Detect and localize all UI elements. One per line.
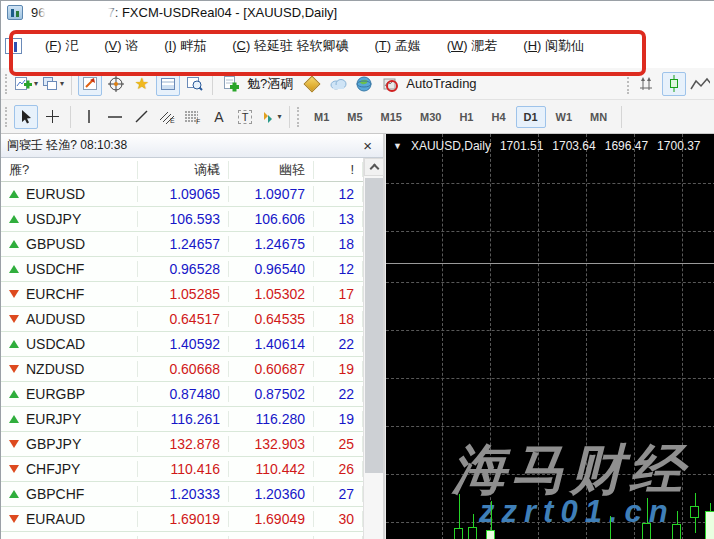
market-watch-row[interactable]: USDJPY 106.593 106.606 13	[1, 207, 363, 232]
scrollbar-thumb[interactable]	[365, 178, 383, 473]
standard-toolbar: ▾ ▾ ★ 勉?酒碉	[1, 68, 714, 100]
timeframe-button[interactable]: H4	[483, 106, 513, 128]
menu-item[interactable]: (W) 淝若	[434, 33, 511, 59]
timeframe-button[interactable]: W1	[548, 106, 581, 128]
scroll-up-button[interactable]	[364, 158, 384, 176]
bid-cell: 116.261	[138, 411, 229, 427]
strategy-tester-button[interactable]	[182, 72, 206, 96]
market-watch-row[interactable]: USDCHF 0.96528 0.96540 12	[1, 257, 363, 282]
symbol-cell: USDJPY	[1, 211, 138, 227]
timeframe-button[interactable]: M15	[373, 106, 410, 128]
timeframes-toolbar: M1 M5 M15 M30 H1 H4 D1 W1 MN	[305, 106, 616, 128]
cursor-icon	[20, 109, 33, 124]
timeframe-button[interactable]: D1	[516, 106, 546, 128]
market-watch-row[interactable]: EURJPY 116.261 116.280 19	[1, 407, 363, 432]
chart-shift-button[interactable]	[636, 72, 660, 96]
market-watch-row[interactable]: AUDUSD 0.64517 0.64535 18	[1, 307, 363, 332]
timeframe-button[interactable]: H1	[451, 106, 481, 128]
market-watch-toggle-button[interactable]	[78, 72, 102, 96]
menu-item[interactable]: (F) 汜	[32, 33, 91, 59]
menu-item[interactable]: (C) 轻延驻 轻软卿碘	[219, 33, 361, 59]
menu-item[interactable]: (T) 孟媸	[361, 33, 433, 59]
symbol-cell: EURCHF	[1, 286, 138, 302]
market-watch-row[interactable]: GBPJPY 132.878 132.903 25	[1, 432, 363, 457]
spread-cell: 22	[314, 386, 363, 402]
horizontal-line-tool-button[interactable]	[103, 105, 127, 129]
market-watch-row[interactable]: CHFJPY 110.416 110.442 26	[1, 457, 363, 482]
toolbar-drag-handle[interactable]	[297, 107, 300, 127]
arrows-tool-button[interactable]: ▾	[259, 105, 283, 129]
menu-item[interactable]: (V) 谘	[91, 33, 151, 59]
bid-cell: 1.05285	[138, 286, 229, 302]
chart-document-icon[interactable]	[5, 38, 22, 54]
crosshair-icon	[45, 109, 60, 124]
new-chart-button[interactable]: ▾	[14, 72, 39, 96]
autotrading-button[interactable]	[378, 72, 402, 96]
trend-arrow-icon	[9, 190, 19, 198]
ask-cell: 1.20360	[229, 486, 314, 502]
market-watch-row[interactable]: NZDUSD 0.60668 0.60687 19	[1, 357, 363, 382]
metaeditor-button[interactable]	[300, 72, 324, 96]
new-order-label[interactable]: 勉?酒碉	[247, 75, 293, 93]
spread-cell: 13	[314, 211, 363, 227]
ask-cell: 1.40614	[229, 336, 314, 352]
market-watch-row[interactable]: EURCHF 1.05285 1.05302 17	[1, 282, 363, 307]
candlestick-chart-button[interactable]	[662, 72, 686, 96]
close-icon[interactable]: ×	[358, 137, 377, 154]
autotrading-label[interactable]: AutoTrading	[406, 76, 476, 91]
line-chart-button[interactable]	[688, 72, 712, 96]
new-order-button[interactable]	[219, 72, 243, 96]
vertical-line-tool-button[interactable]	[77, 105, 101, 129]
column-header-symbol[interactable]: 雁?	[1, 161, 138, 179]
ask-cell: 1.09077	[229, 186, 314, 202]
cursor-tool-button[interactable]	[14, 105, 38, 129]
bid-cell: 1.20333	[138, 486, 229, 502]
market-watch-row[interactable]: GBPUSD 1.24657 1.24675 18	[1, 232, 363, 257]
label-tool-button[interactable]: T	[233, 105, 257, 129]
equidistant-channel-tool-button[interactable]: E	[155, 105, 179, 129]
ask-cell: 1.24675	[229, 236, 314, 252]
market-watch-row[interactable]: GBPCHF 1.20333 1.20360 27	[1, 482, 363, 507]
menu-item[interactable]: (I) 畔茄	[151, 33, 219, 59]
trendline-icon	[134, 109, 149, 124]
symbol-cell: AUDUSD	[1, 311, 138, 327]
menu-item[interactable]: (H) 阆勤仙	[510, 33, 597, 59]
navigator-button[interactable]: ★	[130, 72, 154, 96]
market-watch-row[interactable]: EURUSD 1.09065 1.09077 12	[1, 182, 363, 207]
timeframe-button[interactable]: M1	[306, 106, 337, 128]
market-watch-row[interactable]: USDCAD 1.40592 1.40614 22	[1, 332, 363, 357]
spread-cell: 27	[314, 486, 363, 502]
crosshair-tool-button[interactable]	[40, 105, 64, 129]
timeframe-button[interactable]: M30	[412, 106, 449, 128]
toolbar-drag-handle[interactable]	[5, 107, 8, 127]
app-icon[interactable]	[7, 5, 23, 20]
spread-cell: 12	[314, 186, 363, 202]
market-cloud-button[interactable]	[326, 72, 350, 96]
profiles-button[interactable]: ▾	[41, 72, 65, 96]
data-window-button[interactable]	[104, 72, 128, 96]
text-tool-button[interactable]: A	[207, 105, 231, 129]
toolbar-drag-handle[interactable]	[627, 74, 630, 94]
bid-cell: 1.69019	[138, 511, 229, 527]
symbol-cell: GBPJPY	[1, 436, 138, 452]
market-watch-row[interactable]: EURGBP 0.87480 0.87502 22	[1, 382, 363, 407]
market-watch-row[interactable]: EURAUD 1.69019 1.69049 30	[1, 507, 363, 532]
timeframe-button[interactable]: M5	[339, 106, 370, 128]
community-globe-button[interactable]	[352, 72, 376, 96]
timeframe-button[interactable]: MN	[582, 106, 615, 128]
candle-wick	[610, 516, 611, 539]
spread-cell: 22	[314, 336, 363, 352]
fibonacci-tool-button[interactable]: F	[181, 105, 205, 129]
column-header-bid[interactable]: 谪橇	[138, 161, 229, 179]
chart-canvas[interactable]: 海马财经 zzrt01.cn ▼ XAUUSD,Daily 1701.51 17…	[385, 134, 714, 539]
column-header-ask[interactable]: 幽轻	[229, 161, 314, 179]
chart-dropdown-icon[interactable]: ▼	[393, 141, 402, 151]
market-watch-row[interactable]: EURCAD 1.53343 1.53369 27	[1, 532, 363, 539]
market-watch-scrollbar[interactable]	[363, 158, 383, 539]
menu-bar: (F) 汜 (V) 谘 (I) 畔茄 (C) 轻延驻 轻软卿碘 (T) 孟媸 (…	[1, 23, 714, 68]
trend-arrow-icon	[9, 290, 19, 298]
terminal-button[interactable]	[156, 72, 180, 96]
trendline-tool-button[interactable]	[129, 105, 153, 129]
toolbar-drag-handle[interactable]	[5, 74, 8, 94]
column-header-spread[interactable]: !	[314, 162, 363, 177]
